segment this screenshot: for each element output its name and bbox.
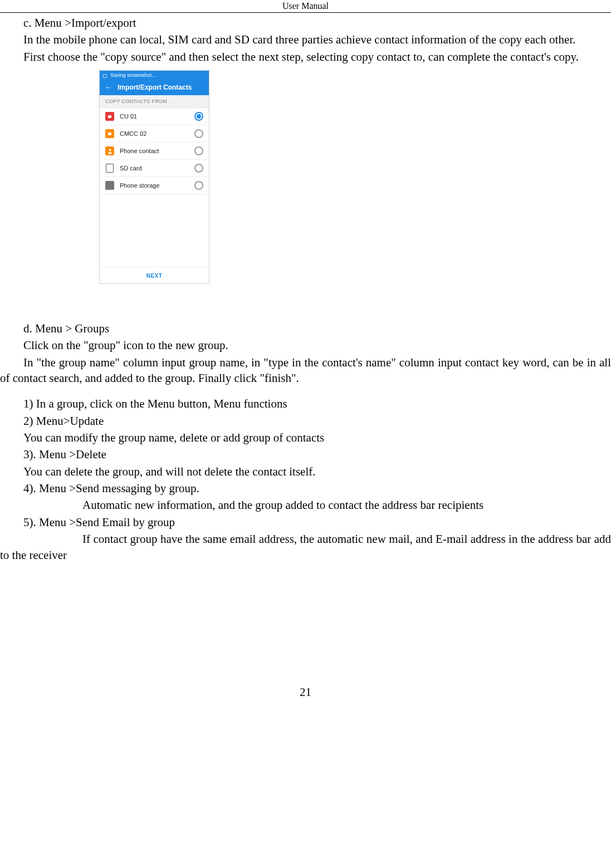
section-d-para2: In "the group name" column input group n… — [0, 355, 611, 386]
phone-screenshot: Saving screenshot... ← Import/Export Con… — [99, 70, 611, 284]
row-label: Phone storage — [120, 182, 194, 189]
list-item-2b: You can modify the group name, delete or… — [23, 430, 611, 445]
phone-status-text: Saving screenshot... — [110, 72, 156, 78]
list-item-5b-text: If contact group have the same email add… — [0, 532, 611, 561]
radio-icon[interactable] — [194, 129, 203, 138]
copy-source-row-phone-storage[interactable]: Phone storage — [100, 177, 209, 194]
copy-source-row-cu01[interactable]: CU 01 — [100, 108, 209, 125]
section-d-para2-text: In "the group name" column input group n… — [0, 356, 611, 385]
list-item-1: 1) In a group, click on the Menu button,… — [23, 396, 611, 411]
section-c-para2: First choose the "copy source" and then … — [0, 49, 611, 65]
section-c-para1: In the mobile phone can local, SIM card … — [0, 32, 611, 47]
svg-rect-2 — [108, 133, 111, 135]
row-label: CU 01 — [120, 113, 194, 120]
svg-rect-1 — [108, 115, 111, 118]
page-number: 21 — [0, 685, 611, 710]
page-header: User Manual — [0, 0, 611, 12]
sim-icon — [105, 129, 114, 138]
section-c-para2-text: First choose the "copy source" and then … — [23, 50, 579, 63]
copy-source-row-phone-contact[interactable]: Phone contact — [100, 143, 209, 160]
row-label: Phone contact — [120, 148, 194, 154]
list-item-2: 2) Menu>Update — [23, 413, 611, 429]
copy-from-label: COPY CONTACTS FROM — [100, 95, 209, 108]
section-d-para1: Click on the "group" icon to the new gro… — [23, 337, 611, 353]
radio-selected-icon[interactable] — [194, 112, 203, 121]
phone-statusbar: Saving screenshot... — [100, 71, 209, 80]
back-icon[interactable]: ← — [104, 83, 112, 92]
phone-appbar: ← Import/Export Contacts — [100, 80, 209, 95]
storage-icon — [105, 181, 114, 190]
svg-point-3 — [109, 149, 111, 151]
list-item-3: 3). Menu >Delete — [23, 447, 611, 462]
next-button[interactable]: NEXT — [100, 267, 209, 283]
svg-rect-0 — [104, 74, 107, 77]
copy-source-row-sd-card[interactable]: SD card — [100, 160, 209, 177]
contact-icon — [105, 146, 114, 155]
section-c-para1-text: In the mobile phone can local, SIM card … — [23, 33, 575, 46]
blank-line — [0, 387, 611, 395]
appbar-title: Import/Export Contacts — [118, 84, 192, 91]
radio-icon[interactable] — [194, 146, 203, 155]
section-d-title: d. Menu > Groups — [23, 321, 611, 336]
list-item-4: 4). Menu >Send messaging by group. — [23, 480, 611, 496]
screenshot-icon — [103, 73, 107, 77]
copy-source-row-cmcc02[interactable]: CMCC 02 — [100, 125, 209, 143]
list-item-4b: Automatic new information, and the group… — [0, 497, 611, 513]
phone-blank-area — [100, 194, 209, 267]
section-c-title: c. Menu >Import/export — [23, 15, 611, 31]
list-item-5b: If contact group have the same email add… — [0, 531, 611, 563]
sd-card-icon — [105, 164, 114, 173]
row-label: SD card — [120, 165, 194, 171]
list-item-5: 5). Menu >Send Email by group — [23, 514, 611, 530]
list-item-3b: You can delete the group, and will not d… — [23, 464, 611, 479]
row-label: CMCC 02 — [120, 130, 194, 137]
radio-icon[interactable] — [194, 164, 203, 173]
sim-icon — [105, 112, 114, 121]
header-rule — [0, 12, 611, 13]
radio-icon[interactable] — [194, 181, 203, 190]
